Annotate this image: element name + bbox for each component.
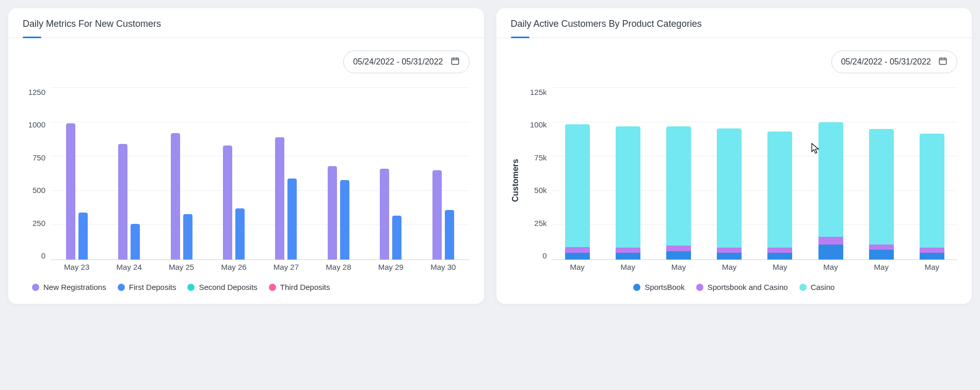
bar[interactable]	[183, 214, 192, 259]
x-tick: May	[754, 263, 805, 271]
x-tick: May	[805, 263, 856, 271]
bar-segment	[565, 247, 590, 253]
y-axis: 125010007505002500	[23, 88, 51, 273]
bar[interactable]	[275, 137, 284, 259]
x-tick: May 30	[417, 263, 469, 271]
bar-segment	[818, 245, 843, 259]
bar-segment	[666, 251, 691, 259]
card-header: Daily Metrics For New Customers	[8, 8, 484, 38]
svg-rect-0	[452, 58, 459, 64]
bar-group	[417, 88, 469, 259]
bar-segment	[666, 246, 691, 251]
date-row: 05/24/2022 - 05/31/2022	[511, 51, 958, 73]
calendar-icon	[938, 56, 947, 68]
bar[interactable]	[392, 216, 401, 259]
stacked-bar[interactable]	[920, 134, 944, 259]
bar[interactable]	[118, 144, 127, 259]
bar-group	[856, 88, 907, 259]
y-tick: 1000	[28, 120, 45, 129]
bar[interactable]	[328, 166, 337, 259]
legend-dot	[187, 284, 195, 291]
card-daily-metrics: Daily Metrics For New Customers 05/24/20…	[8, 8, 484, 304]
y-tick: 100k	[530, 120, 547, 129]
bar[interactable]	[445, 210, 454, 259]
date-range-picker[interactable]: 05/24/2022 - 05/31/2022	[343, 51, 469, 73]
legend-label: New Registrations	[43, 283, 106, 291]
legend-item[interactable]: New Registrations	[32, 283, 106, 291]
bar[interactable]	[380, 169, 389, 259]
svg-rect-1	[939, 58, 946, 64]
legend-dot	[269, 284, 276, 291]
x-tick: May	[653, 263, 704, 271]
dashboard-row: Daily Metrics For New Customers 05/24/20…	[8, 8, 972, 304]
bar[interactable]	[66, 123, 75, 259]
bar-segment	[869, 250, 894, 259]
y-tick: 500	[33, 186, 45, 194]
bar[interactable]	[171, 133, 180, 259]
bar[interactable]	[340, 180, 349, 260]
x-tick: May	[603, 263, 653, 271]
y-tick: 250	[33, 219, 45, 228]
legend-dot	[32, 284, 39, 291]
legend-item[interactable]: Casino	[799, 283, 835, 291]
x-tick: May 29	[365, 263, 417, 271]
bar-segment	[717, 253, 742, 259]
y-tick: 75k	[534, 153, 547, 162]
bar-segment	[767, 132, 792, 248]
stacked-bar[interactable]	[869, 129, 894, 259]
bar-segment	[869, 245, 894, 250]
y-axis-title: Customers	[511, 159, 520, 202]
legend-item[interactable]: SportsBook	[633, 283, 685, 291]
y-axis: 125k100k75k50k25k0	[524, 88, 552, 273]
x-tick: May	[856, 263, 907, 271]
bar-group	[653, 88, 704, 259]
chart-legend: SportsBookSportsbook and CasinoCasino	[511, 283, 958, 291]
x-axis: MayMayMayMayMayMayMayMay	[552, 260, 958, 273]
bar[interactable]	[78, 213, 88, 259]
bar-segment	[565, 253, 590, 259]
x-axis: May 23May 24May 25May 26May 27May 28May …	[51, 260, 470, 273]
legend-dot	[696, 284, 703, 291]
bar-segment	[920, 253, 944, 259]
legend-label: Casino	[811, 283, 835, 291]
bar[interactable]	[131, 224, 140, 259]
plot-area	[51, 88, 470, 260]
bar[interactable]	[235, 208, 245, 259]
legend-item[interactable]: First Deposits	[118, 283, 176, 291]
bar-segment	[818, 122, 843, 237]
card-active-customers: Daily Active Customers By Product Catego…	[496, 8, 972, 304]
legend-item[interactable]: Sportsbook and Casino	[696, 283, 788, 291]
bar-segment	[767, 248, 792, 252]
tab-indicator	[511, 37, 529, 38]
y-tick: 0	[542, 251, 547, 260]
bar-segment	[616, 253, 640, 259]
stacked-bar[interactable]	[616, 126, 640, 259]
stacked-bar[interactable]	[717, 128, 742, 259]
x-tick: May	[704, 263, 754, 271]
bar-segment	[920, 248, 944, 252]
bar[interactable]	[223, 145, 232, 259]
legend-label: Third Deposits	[280, 283, 330, 291]
card-body: 05/24/2022 - 05/31/2022 1250100075050025…	[8, 38, 484, 304]
legend-item[interactable]: Second Deposits	[187, 283, 257, 291]
y-tick: 125k	[530, 88, 547, 96]
stacked-bar[interactable]	[666, 126, 691, 259]
bar-group	[704, 88, 754, 259]
legend-item[interactable]: Third Deposits	[269, 283, 330, 291]
bar-segment	[565, 124, 590, 247]
stacked-bar[interactable]	[565, 124, 590, 259]
bar-segment	[616, 126, 640, 248]
y-tick: 0	[41, 251, 45, 260]
legend-label: Second Deposits	[199, 283, 257, 291]
bar[interactable]	[432, 170, 442, 259]
bar-group	[260, 88, 312, 259]
stacked-bar[interactable]	[767, 132, 792, 259]
card-title: Daily Active Customers By Product Catego…	[511, 19, 958, 29]
stacked-bar[interactable]	[818, 122, 843, 259]
bar-segment	[920, 134, 944, 248]
y-tick: 1250	[28, 88, 45, 96]
bar[interactable]	[287, 178, 297, 259]
bar-segment	[767, 253, 792, 259]
date-range-picker[interactable]: 05/24/2022 - 05/31/2022	[831, 51, 957, 73]
y-tick: 50k	[534, 186, 547, 194]
